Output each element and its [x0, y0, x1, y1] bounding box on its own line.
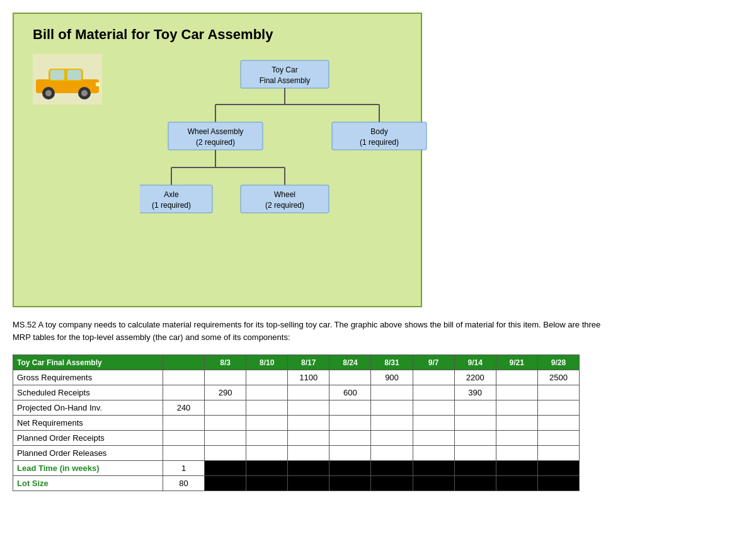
svg-point-7 [81, 90, 88, 96]
svg-text:(1 required): (1 required) [152, 201, 191, 210]
bom-diagram: Bill of Material for Toy Car Assembly [13, 13, 422, 307]
row-cell [371, 416, 413, 431]
row-cell [288, 385, 329, 400]
row-cell [537, 461, 579, 476]
row-init [163, 431, 204, 446]
svg-point-5 [45, 90, 52, 96]
row-cell [205, 476, 246, 491]
svg-text:(2 required): (2 required) [196, 138, 235, 147]
svg-text:Final Assembly: Final Assembly [260, 76, 311, 85]
svg-rect-8 [96, 82, 100, 86]
svg-text:Toy Car: Toy Car [272, 65, 297, 74]
row-cell [246, 446, 288, 461]
row-cell [454, 416, 496, 431]
row-label: Projected On-Hand Inv. [13, 400, 163, 416]
row-cell [454, 431, 496, 446]
svg-text:Wheel: Wheel [274, 190, 295, 199]
row-cell [496, 461, 537, 476]
row-cell [371, 385, 413, 400]
row-cell [537, 446, 579, 461]
row-cell [413, 461, 454, 476]
row-init: 240 [163, 400, 204, 416]
row-cell [288, 476, 329, 491]
svg-rect-2 [50, 70, 64, 80]
row-cell: 2500 [537, 370, 579, 385]
row-cell [205, 370, 246, 385]
row-cell [537, 476, 579, 491]
row-cell [537, 416, 579, 431]
row-cell [246, 385, 288, 400]
row-cell [413, 431, 454, 446]
row-cell: 2200 [454, 370, 496, 385]
row-label: Scheduled Receipts [13, 385, 163, 400]
row-cell [454, 400, 496, 416]
row-cell [205, 461, 246, 476]
mrp-table: Toy Car Final Assembly8/38/108/178/248/3… [13, 355, 580, 491]
row-label: Net Requirements [13, 416, 163, 431]
row-cell [205, 416, 246, 431]
row-cell [205, 431, 246, 446]
row-cell [454, 446, 496, 461]
row-cell [246, 476, 288, 491]
row-cell [496, 446, 537, 461]
row-init [163, 446, 204, 461]
row-cell: 290 [205, 385, 246, 400]
row-init [163, 385, 204, 400]
row-cell [496, 400, 537, 416]
row-init [163, 416, 204, 431]
row-cell [496, 370, 537, 385]
row-cell [288, 446, 329, 461]
row-cell [413, 385, 454, 400]
row-cell [496, 416, 537, 431]
svg-rect-3 [67, 70, 81, 80]
row-cell [371, 476, 413, 491]
row-cell [288, 461, 329, 476]
row-cell [329, 476, 371, 491]
car-image [33, 54, 102, 105]
row-cell [329, 416, 371, 431]
row-cell [288, 431, 329, 446]
row-cell [205, 400, 246, 416]
row-cell [246, 431, 288, 446]
row-cell [329, 400, 371, 416]
row-cell [205, 446, 246, 461]
row-cell [496, 385, 537, 400]
row-cell [537, 400, 579, 416]
row-cell [246, 416, 288, 431]
row-cell [288, 416, 329, 431]
row-cell: 900 [371, 370, 413, 385]
row-label: Gross Requirements [13, 370, 163, 385]
svg-text:(1 required): (1 required) [360, 138, 399, 147]
row-cell [288, 400, 329, 416]
row-cell [246, 400, 288, 416]
row-cell [329, 461, 371, 476]
row-label: Lead Time (in weeks) [13, 461, 163, 476]
row-init [163, 370, 204, 385]
row-cell: 390 [454, 385, 496, 400]
row-label: Lot Size [13, 476, 163, 491]
svg-text:Wheel Assembly: Wheel Assembly [188, 127, 244, 136]
svg-text:(2 required): (2 required) [265, 201, 304, 210]
row-init: 1 [163, 461, 204, 476]
row-label: Planned Order Releases [13, 446, 163, 461]
row-cell [413, 476, 454, 491]
row-label: Planned Order Receipts [13, 431, 163, 446]
row-cell [454, 476, 496, 491]
row-cell [371, 400, 413, 416]
row-cell [329, 431, 371, 446]
description-text: MS.52 A toy company needs to calculate m… [13, 319, 611, 343]
row-cell: 600 [329, 385, 371, 400]
row-cell [454, 461, 496, 476]
row-cell [496, 476, 537, 491]
row-cell [371, 431, 413, 446]
row-cell [329, 446, 371, 461]
row-cell [246, 370, 288, 385]
row-cell [246, 461, 288, 476]
row-cell [371, 446, 413, 461]
row-cell [496, 431, 537, 446]
row-cell [413, 446, 454, 461]
row-cell [413, 370, 454, 385]
row-cell [537, 431, 579, 446]
row-cell [371, 461, 413, 476]
row-cell [413, 400, 454, 416]
